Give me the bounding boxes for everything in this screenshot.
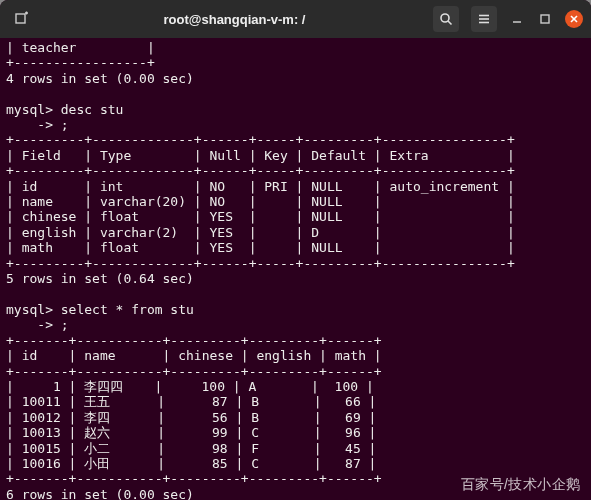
window-title: root@shangqian-v-m: / bbox=[36, 12, 433, 27]
terminal-output[interactable]: | teacher | +-----------------+ 4 rows i… bbox=[0, 38, 591, 500]
search-icon bbox=[439, 12, 453, 26]
menu-button[interactable] bbox=[471, 6, 497, 32]
svg-line-2 bbox=[448, 21, 452, 25]
minimize-icon bbox=[511, 13, 523, 25]
search-button[interactable] bbox=[433, 6, 459, 32]
new-tab-icon bbox=[14, 11, 30, 27]
new-tab-button[interactable] bbox=[8, 5, 36, 33]
titlebar: root@shangqian-v-m: / bbox=[0, 0, 591, 38]
maximize-icon bbox=[539, 13, 551, 25]
svg-rect-0 bbox=[16, 14, 25, 23]
svg-point-1 bbox=[441, 14, 449, 22]
titlebar-controls bbox=[433, 6, 583, 32]
close-button[interactable] bbox=[565, 10, 583, 28]
minimize-button[interactable] bbox=[509, 11, 525, 27]
hamburger-icon bbox=[477, 12, 491, 26]
svg-rect-7 bbox=[541, 15, 549, 23]
maximize-button[interactable] bbox=[537, 11, 553, 27]
close-icon bbox=[569, 14, 579, 24]
terminal-window: root@shangqian-v-m: / bbox=[0, 0, 591, 500]
